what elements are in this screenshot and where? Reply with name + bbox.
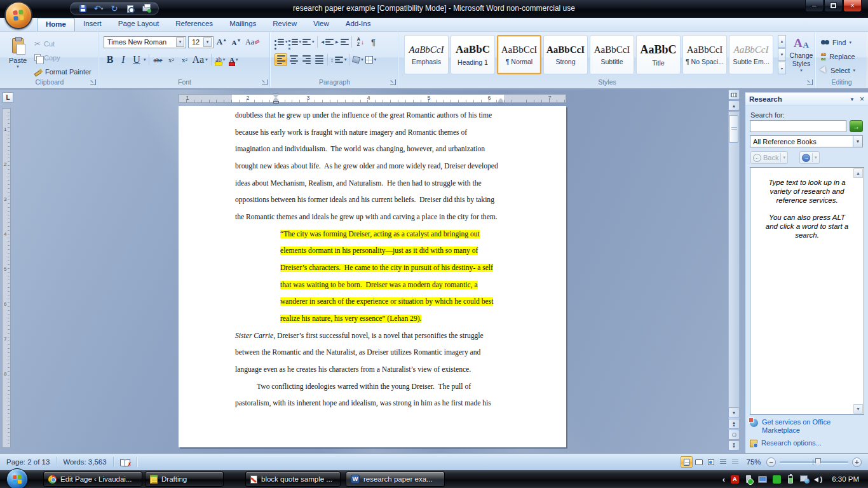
clear-formatting-button[interactable]: Aa	[245, 36, 260, 48]
font-color-dropdown-icon[interactable]: ▾	[236, 57, 238, 62]
font-dialog-launcher[interactable]	[262, 79, 268, 85]
text-line[interactable]: ideas about Mechanism, Realism, and Natu…	[235, 175, 553, 193]
office-button[interactable]	[4, 1, 32, 29]
start-button[interactable]	[6, 468, 28, 488]
grow-font-button[interactable]: A▲	[215, 36, 228, 48]
cut-button[interactable]: ✂ Cut	[34, 37, 55, 50]
font-size-combo[interactable]: 12 ▾	[188, 36, 214, 48]
underline-dropdown-icon[interactable]: ▾	[144, 57, 146, 62]
pane-menu-button[interactable]: ▼	[850, 97, 855, 102]
subscript-button[interactable]: x2	[165, 53, 178, 66]
taskbar-task-block-quote[interactable]: block quote sample ...	[245, 471, 341, 487]
change-case-dropdown-icon[interactable]: ▾	[205, 57, 208, 62]
proofing-status-button[interactable]: ✗	[114, 456, 137, 468]
bullets-dropdown-icon[interactable]: ▾	[285, 39, 288, 44]
align-center-button[interactable]	[287, 53, 300, 66]
underline-button[interactable]: U	[130, 53, 143, 66]
text-line[interactable]: because his early work is fraught with n…	[235, 125, 553, 142]
style-normal[interactable]: AaBbCcI ¶ Normal	[497, 35, 541, 74]
web-layout-view-button[interactable]	[705, 456, 717, 468]
change-styles-button[interactable]: AA Change Styles ▾	[789, 34, 814, 76]
replace-button[interactable]: abac Replace	[821, 50, 855, 62]
bold-button[interactable]: B	[104, 53, 116, 66]
tab-page-layout[interactable]: Page Layout	[110, 18, 168, 31]
line-spacing-button[interactable]: ↕▾	[330, 53, 348, 66]
minimize-button[interactable]	[805, 0, 824, 12]
shading-dropdown-icon[interactable]: ▾	[361, 57, 363, 62]
decrease-indent-button[interactable]: ▲	[320, 36, 335, 48]
show-hide-pilcrow-button[interactable]: ¶	[367, 36, 379, 48]
gallery-down-button[interactable]: ▼	[778, 48, 786, 61]
zoom-level[interactable]: 75%	[745, 458, 763, 466]
block-quote-line[interactable]: realize his nature, his very essence” (L…	[280, 311, 553, 328]
zoom-slider[interactable]	[780, 461, 848, 463]
view-ruler-toggle-button[interactable]	[728, 90, 740, 100]
back-dropdown-icon[interactable]: ▾	[780, 153, 785, 162]
volume-tray-icon[interactable]: )	[814, 475, 823, 484]
document-page[interactable]: doubtless that he grew up under the infl…	[179, 106, 566, 447]
taskbar-task-drafting[interactable]: Drafting	[145, 471, 224, 487]
font-family-dropdown-icon[interactable]: ▾	[176, 37, 184, 47]
marketplace-link[interactable]: Get services on Office Marketplace	[750, 418, 865, 435]
print-layout-view-button[interactable]	[681, 456, 693, 468]
text-line[interactable]: pastoralism, with its inherent hope and …	[235, 395, 553, 412]
block-quote-line[interactable]: that was waiting to be born. Dreiser was…	[280, 277, 553, 294]
back-button[interactable]: ← Back ▾	[750, 151, 788, 164]
styles-dialog-launcher[interactable]	[807, 79, 813, 85]
horizontal-ruler[interactable]: 1 2 3 4 5 6 7	[179, 94, 566, 103]
reference-source-combo[interactable]: All Reference Books ▼	[750, 135, 863, 147]
display-tray-icon[interactable]	[758, 475, 767, 484]
full-screen-reading-view-button[interactable]	[693, 456, 705, 468]
shrink-font-button[interactable]: A▼	[230, 36, 243, 48]
page-indicator[interactable]: Page: 2 of 13	[0, 456, 56, 468]
start-search-button[interactable]: →	[850, 120, 863, 132]
borders-dropdown-icon[interactable]: ▾	[374, 57, 377, 62]
word-count[interactable]: Words: 3,563	[57, 456, 112, 468]
block-quote-line[interactable]: elements dormant in his personality—just…	[280, 243, 553, 260]
draft-view-button[interactable]	[729, 456, 741, 468]
close-button[interactable]: ×	[843, 0, 862, 12]
align-right-button[interactable]	[300, 53, 313, 66]
gallery-up-button[interactable]: ▲	[778, 35, 786, 48]
find-button[interactable]: Find ▾	[821, 36, 851, 48]
zoom-in-button[interactable]: +	[852, 458, 862, 467]
tab-view[interactable]: View	[305, 18, 337, 31]
block-quote-line[interactable]: “The city was forming Dreiser, acting as…	[280, 226, 553, 243]
shading-button[interactable]: ▾	[352, 53, 365, 66]
text-line[interactable]: between the Romantic and the Naturalist,…	[235, 344, 553, 362]
style-strong[interactable]: AaBbCcI Strong	[543, 35, 588, 74]
style-emphasis[interactable]: AaBbCcI Emphasis	[404, 35, 449, 74]
paragraph-dialog-launcher[interactable]	[390, 79, 396, 85]
tab-add-ins[interactable]: Add-Ins	[337, 18, 379, 31]
zoom-out-button[interactable]: –	[766, 458, 776, 467]
taskbar-task-word[interactable]: W research paper exa...	[346, 471, 445, 487]
copy-button[interactable]: Copy	[34, 51, 60, 64]
search-input[interactable]	[750, 120, 846, 132]
network-tray-icon[interactable]	[800, 475, 809, 484]
style-no-spacing[interactable]: AaBbCcI ¶ No Spaci...	[682, 35, 727, 74]
text-line[interactable]: Two conflicting ideologies warred within…	[235, 379, 553, 396]
justify-button[interactable]	[313, 53, 325, 66]
forward-button[interactable]: → ▾	[799, 151, 820, 164]
research-options-link[interactable]: Research options...	[750, 439, 865, 447]
tab-references[interactable]: References	[167, 18, 221, 31]
increase-indent-button[interactable]: ▲	[334, 36, 349, 48]
scrollbar-track[interactable]	[728, 111, 740, 431]
font-size-dropdown-icon[interactable]: ▾	[203, 37, 212, 47]
select-button[interactable]: Select ▾	[821, 64, 855, 76]
paste-dropdown-icon[interactable]: ▾	[17, 64, 19, 69]
text-line[interactable]: brought new ideas about life. As he grew…	[235, 158, 553, 175]
paste-button[interactable]: Paste ▾	[4, 35, 31, 76]
font-color-button[interactable]: A▾	[227, 53, 240, 66]
outline-view-button[interactable]	[717, 456, 729, 468]
format-painter-button[interactable]: Format Painter	[34, 65, 92, 78]
results-scroll-down-button[interactable]: ▼	[853, 404, 863, 414]
previous-page-button[interactable]: ▲▲	[728, 419, 740, 429]
safely-remove-hardware-icon[interactable]	[744, 475, 753, 484]
style-subtle-emphasis[interactable]: AaBbCcI Subtle Em...	[729, 35, 773, 74]
forward-dropdown-icon[interactable]: ▾	[812, 153, 817, 162]
style-heading1[interactable]: AaBbC Heading 1	[451, 35, 495, 74]
strikethrough-button[interactable]: abe	[152, 53, 165, 66]
block-quote-line[interactable]: wanderer in search of the experience or …	[280, 294, 553, 311]
line-spacing-dropdown-icon[interactable]: ▾	[344, 57, 347, 62]
